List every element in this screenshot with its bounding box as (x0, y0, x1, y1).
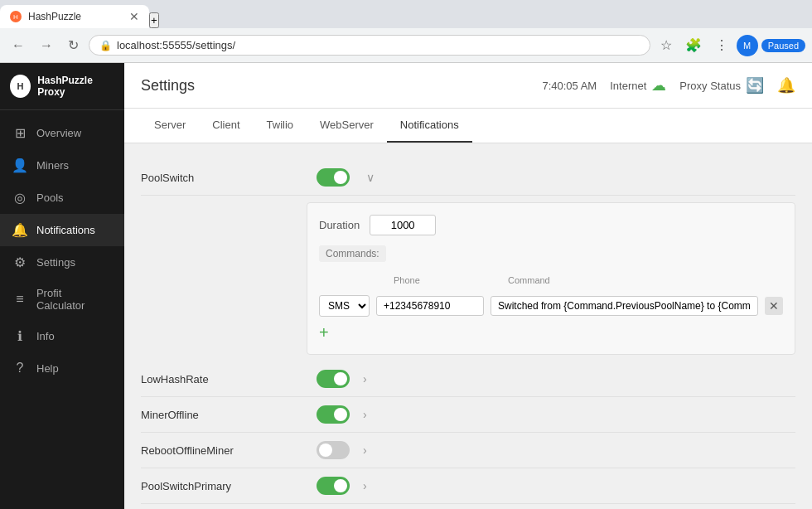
expand-icon[interactable]: › (363, 479, 367, 492)
notification-row-mineroffline: MinerOffline› (141, 397, 795, 433)
bell-icon[interactable]: 🔔 (777, 76, 795, 95)
proxy-status-label: Proxy Status (679, 80, 741, 92)
sms-phone-input[interactable] (376, 296, 484, 316)
sms-type-select[interactable]: SMS (319, 295, 370, 317)
menu-button[interactable]: ⋮ (710, 34, 733, 56)
profile-button[interactable]: M (737, 35, 758, 56)
duration-label: Duration (319, 219, 360, 231)
phone-col-header: Phone (394, 275, 501, 285)
tab-favicon: H (10, 11, 22, 22)
notification-rows: LowHashRate›MinerOffline›RebootOfflineMi… (141, 361, 795, 509)
toggle-rebootofflineminer[interactable] (317, 441, 350, 459)
overview-icon: ⊞ (12, 125, 28, 141)
duration-input[interactable] (370, 215, 436, 235)
address-bar[interactable]: 🔒 localhost:55555/settings/ (89, 35, 650, 56)
internet-status: Internet ☁ (610, 76, 666, 95)
expand-icon[interactable]: › (363, 372, 367, 385)
settings-tabs: Server Client Twilio WebServer Notificat… (124, 109, 812, 143)
forward-button[interactable]: → (35, 35, 58, 56)
notification-row-poolswitchprimary: PoolSwitchPrimary› (141, 468, 795, 504)
toggle-lowhashrate[interactable] (317, 370, 350, 388)
extensions-button[interactable]: 🧩 (680, 34, 707, 56)
brand-text: HashPuzzle Proxy (37, 75, 114, 98)
tab-close-button[interactable]: ✕ (129, 10, 139, 23)
settings-content-area: PoolSwitch ∨ Duration Commands: (124, 143, 812, 509)
pool-switch-row: PoolSwitch ∨ (141, 160, 795, 196)
notifications-settings: PoolSwitch ∨ Duration Commands: (124, 143, 812, 509)
toggle-poolswitchprimary[interactable] (317, 477, 350, 495)
toggle-mineroffline[interactable] (317, 405, 350, 424)
sidebar: H HashPuzzle Proxy ⊞ Overview 👤 Miners ◎… (0, 63, 124, 509)
tab-notifications[interactable]: Notifications (387, 109, 472, 143)
sidebar-item-pools-label: Pools (36, 191, 64, 204)
sidebar-item-profit-calculator[interactable]: ≡ Profit Calculator (0, 279, 124, 320)
notification-row-lowhashrate: LowHashRate› (141, 361, 795, 397)
info-icon: ℹ (12, 328, 28, 344)
pool-switch-toggle[interactable] (317, 168, 350, 187)
sidebar-item-settings[interactable]: ⚙ Settings (0, 246, 124, 279)
settings-icon: ⚙ (12, 254, 28, 270)
topbar-right: 7:40:05 AM Internet ☁ Proxy Status 🔄 🔔 (542, 76, 795, 95)
toggle-slider (317, 370, 350, 388)
pool-switch-expanded: Duration Commands: Phone Command SMS (307, 202, 795, 355)
browser-chrome: H HashPuzzle ✕ + ← → ↻ 🔒 localhost:55555… (0, 0, 812, 63)
address-text: localhost:55555/settings/ (117, 39, 640, 51)
notification-label: PoolSwitchPrimary (141, 480, 307, 492)
toggle-slider (317, 405, 350, 424)
bookmarks-button[interactable]: ☆ (655, 34, 677, 56)
sidebar-item-info-label: Info (36, 330, 55, 342)
sidebar-item-profit-label: Profit Calculator (36, 287, 113, 312)
toolbar-right: ☆ 🧩 ⋮ M Paused (655, 34, 805, 56)
notifications-icon: 🔔 (12, 222, 28, 238)
miners-icon: 👤 (12, 158, 28, 173)
sidebar-item-miners-label: Miners (36, 159, 69, 172)
back-button[interactable]: ← (7, 35, 30, 56)
sidebar-item-settings-label: Settings (36, 256, 75, 269)
page-title: Settings (141, 77, 542, 95)
paused-badge: Paused (761, 39, 805, 52)
notification-label: LowHashRate (141, 373, 307, 385)
add-sms-button[interactable]: + (319, 323, 783, 342)
sidebar-item-pools[interactable]: ◎ Pools (0, 182, 124, 214)
sidebar-item-miners[interactable]: 👤 Miners (0, 149, 124, 182)
sidebar-item-info[interactable]: ℹ Info (0, 320, 124, 352)
sms-remove-button[interactable]: ✕ (765, 297, 783, 315)
topbar-time: 7:40:05 AM (542, 80, 597, 92)
tab-webserver[interactable]: WebServer (307, 109, 387, 143)
pool-switch-expand-icon[interactable]: ∨ (366, 171, 375, 184)
tab-title: HashPuzzle (28, 11, 81, 22)
commands-label: Commands: (319, 245, 386, 262)
browser-tab[interactable]: H HashPuzzle ✕ (0, 5, 149, 28)
toggle-slider (317, 441, 350, 459)
browser-tabs: H HashPuzzle ✕ + (0, 0, 812, 28)
sidebar-item-help[interactable]: ? Help (0, 352, 124, 384)
tab-server[interactable]: Server (141, 109, 199, 143)
expand-icon[interactable]: › (363, 408, 367, 421)
tab-client[interactable]: Client (199, 109, 253, 143)
refresh-button[interactable]: ↻ (63, 34, 84, 56)
proxy-status: Proxy Status 🔄 (679, 76, 764, 95)
expand-icon[interactable]: › (363, 444, 367, 457)
sidebar-item-notifications[interactable]: 🔔 Notifications (0, 214, 124, 246)
address-lock-icon: 🔒 (99, 40, 112, 51)
sidebar-item-overview[interactable]: ⊞ Overview (0, 117, 124, 149)
internet-label: Internet (610, 80, 646, 92)
pool-switch-slider (317, 168, 350, 187)
main-content: Settings 7:40:05 AM Internet ☁ Proxy Sta… (124, 63, 812, 509)
notification-row-rebootofflineminer: RebootOfflineMiner› (141, 433, 795, 468)
duration-row: Duration (319, 215, 783, 235)
sms-col-headers: Phone Command (319, 275, 783, 288)
pool-switch-label: PoolSwitch (141, 172, 307, 184)
topbar: Settings 7:40:05 AM Internet ☁ Proxy Sta… (124, 63, 812, 109)
sidebar-item-notifications-label: Notifications (36, 224, 95, 236)
sms-entry-row: SMS ✕ (319, 295, 783, 317)
new-tab-button[interactable]: + (149, 12, 159, 28)
command-col-header: Command (508, 275, 783, 285)
app-container: H HashPuzzle Proxy ⊞ Overview 👤 Miners ◎… (0, 63, 812, 509)
help-icon: ? (12, 361, 28, 376)
sms-command-input[interactable] (491, 296, 758, 316)
tab-twilio[interactable]: Twilio (254, 109, 307, 143)
toggle-slider (317, 477, 350, 495)
notification-label: RebootOfflineMiner (141, 444, 307, 457)
proxy-sync-icon: 🔄 (746, 76, 764, 95)
